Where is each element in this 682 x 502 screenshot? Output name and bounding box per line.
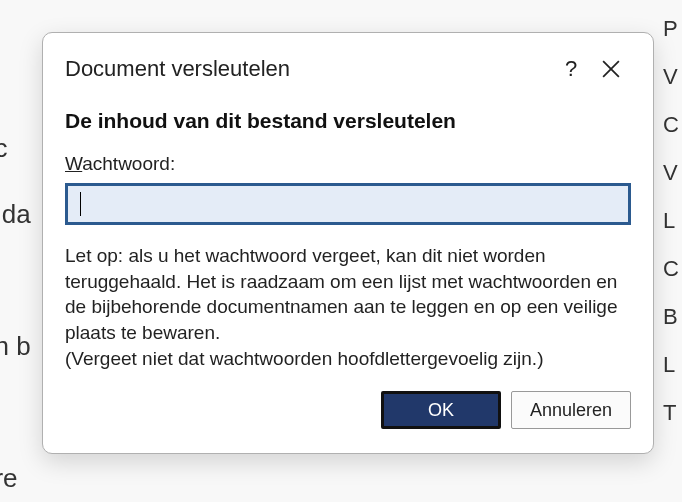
bg-left-text: ec e da an b ere opg — [0, 115, 31, 502]
ok-button[interactable]: OK — [381, 391, 501, 429]
warning-text: Let op: als u het wachtwoord vergeet, ka… — [65, 243, 631, 371]
dialog-buttons: OK Annuleren — [65, 391, 631, 435]
close-button[interactable] — [591, 49, 631, 89]
encrypt-document-dialog: Document versleutelen ? De inhoud van di… — [42, 32, 654, 454]
text-cursor — [80, 192, 81, 216]
dialog-heading: De inhoud van dit bestand versleutelen — [65, 109, 631, 133]
password-field-wrap — [65, 183, 631, 225]
dialog-content: De inhoud van dit bestand versleutelen W… — [43, 99, 653, 453]
password-input[interactable] — [68, 186, 628, 222]
dialog-titlebar: Document versleutelen ? — [43, 33, 653, 99]
help-button[interactable]: ? — [551, 49, 591, 89]
dialog-title: Document versleutelen — [65, 56, 551, 82]
cancel-button[interactable]: Annuleren — [511, 391, 631, 429]
bg-right-text: P V C V L C B L T — [663, 5, 679, 437]
close-icon — [602, 60, 620, 78]
password-label: Wachtwoord: — [65, 153, 631, 175]
help-icon: ? — [565, 56, 577, 82]
